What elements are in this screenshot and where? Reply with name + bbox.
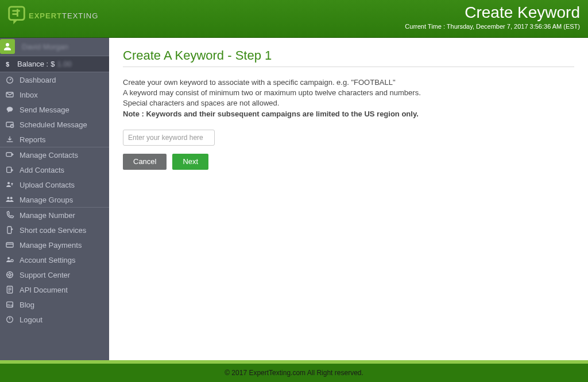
download-icon (5, 134, 15, 145)
sidebar-item-label: API Document (20, 286, 68, 294)
sidebar-item-logout[interactable]: Logout (0, 312, 109, 327)
desc-line-2: A keyword may consist of minimum two or … (123, 88, 574, 98)
sidebar-item-account-settings[interactable]: Account Settings (0, 252, 109, 267)
user-name: David Morgan (22, 42, 68, 51)
avatar-icon (0, 39, 15, 54)
step-title: Create A Keyword - Step 1 (123, 48, 574, 63)
footer: © 2017 ExpertTexting.com All Right reser… (0, 360, 588, 382)
footer-text: © 2017 ExpertTexting.com All Right reser… (225, 369, 363, 377)
current-time: Current Time : Thursday, December 7, 201… (405, 23, 580, 30)
sidebar-item-inbox[interactable]: Inbox (0, 87, 109, 102)
upload-user-icon (5, 180, 15, 190)
sidebar-item-scheduled-message[interactable]: Scheduled Message (0, 117, 109, 132)
sidebar-item-upload-contacts[interactable]: Upload Contacts (0, 177, 109, 192)
svg-rect-16 (7, 227, 11, 233)
sidebar-item-label: Support Center (20, 271, 70, 279)
sidebar-item-label: Manage Groups (20, 196, 73, 204)
sidebar-item-manage-contacts[interactable]: Manage Contacts (0, 147, 109, 162)
sidebar-item-label: Short code Services (20, 226, 86, 235)
clock-mail-icon (5, 119, 15, 130)
svg-point-15 (10, 197, 13, 199)
support-icon (5, 270, 15, 280)
sidebar-item-dashboard[interactable]: Dashboard (0, 72, 109, 87)
balance-currency: $ (51, 60, 55, 68)
sidebar-item-label: Logout (20, 315, 42, 324)
sidebar-item-add-contacts[interactable]: Add Contacts (0, 162, 109, 177)
gear-user-icon (5, 255, 15, 265)
cancel-button[interactable]: Cancel (123, 154, 167, 170)
doc-icon (5, 284, 15, 295)
svg-point-8 (7, 107, 13, 111)
svg-point-18 (7, 257, 10, 259)
page-title: Create Keyword (405, 3, 580, 22)
sidebar-item-label: Send Message (20, 106, 69, 114)
balance-label: Balance : (17, 60, 48, 68)
svg-rect-17 (6, 243, 13, 247)
add-card-icon (5, 165, 15, 175)
svg-point-14 (7, 197, 9, 199)
button-row: Cancel Next (123, 154, 574, 170)
sidebar-item-api-document[interactable]: API Document (0, 282, 109, 297)
user-row[interactable]: David Morgan (0, 38, 109, 56)
dollar-icon: $ (5, 60, 13, 68)
sidebar-item-label: Reports (20, 135, 46, 144)
desc-line-1: Create your own keyword to associate wit… (123, 77, 574, 88)
svg-point-21 (9, 274, 11, 276)
svg-point-13 (7, 182, 10, 184)
title-divider (123, 67, 574, 67)
svg-rect-2 (12, 13, 17, 15)
sidebar-item-short-code-services[interactable]: Short code Services (0, 223, 109, 237)
desc-note: Note : Keywords and their subsequent cam… (123, 109, 574, 119)
gauge-icon (5, 75, 15, 85)
sidebar-item-label: Manage Payments (20, 241, 82, 250)
logo-icon (6, 5, 28, 26)
blog-icon: Blog (5, 299, 15, 310)
card-plus-icon (5, 150, 15, 160)
svg-rect-1 (12, 10, 20, 12)
logo-text: EXPERTTEXTING (29, 11, 98, 20)
svg-rect-12 (7, 167, 11, 172)
sidebar-item-manage-groups[interactable]: Manage Groups (0, 192, 109, 207)
sidebar: David Morgan $ Balance : $ 1.00 Dashboar… (0, 38, 109, 360)
svg-point-19 (11, 259, 13, 262)
sidebar-item-manage-number[interactable]: Manage Number (0, 208, 109, 223)
logo[interactable]: EXPERTTEXTING (6, 5, 98, 26)
group-icon (5, 194, 15, 205)
sidebar-item-label: Add Contacts (20, 166, 64, 174)
balance-value: 1.00 (57, 60, 71, 68)
phone-icon (5, 210, 15, 220)
header-right: Create Keyword Current Time : Thursday, … (405, 3, 580, 30)
next-button[interactable]: Next (172, 154, 208, 170)
envelope-icon (5, 89, 15, 100)
sidebar-item-label: Manage Number (20, 211, 75, 220)
svg-text:$: $ (6, 60, 9, 67)
svg-rect-3 (17, 9, 18, 17)
sidebar-item-label: Account Settings (20, 256, 76, 264)
description: Create your own keyword to associate wit… (123, 77, 574, 119)
sidebar-item-manage-payments[interactable]: Manage Payments (0, 237, 109, 252)
sidebar-item-label: Blog (20, 301, 34, 309)
keyword-input[interactable] (123, 130, 215, 146)
chat-icon (5, 104, 15, 115)
sidebar-item-label: Upload Contacts (20, 181, 75, 189)
shortcode-icon (5, 225, 15, 235)
svg-text:Blog: Blog (7, 304, 13, 307)
sidebar-item-support-center[interactable]: Support Center (0, 267, 109, 282)
power-icon (5, 314, 15, 325)
header: EXPERTTEXTING Create Keyword Current Tim… (0, 0, 588, 38)
sidebar-item-send-message[interactable]: Send Message (0, 102, 109, 117)
main-content: Create A Keyword - Step 1 Create your ow… (109, 38, 588, 360)
desc-line-3: Special characters and spaces are not al… (123, 98, 574, 108)
sidebar-item-label: Inbox (20, 91, 38, 99)
sidebar-item-label: Scheduled Message (20, 120, 87, 129)
sidebar-item-reports[interactable]: Reports (0, 132, 109, 147)
balance-row[interactable]: $ Balance : $ 1.00 (0, 56, 109, 72)
sidebar-item-label: Manage Contacts (20, 151, 78, 159)
svg-rect-11 (6, 153, 11, 157)
credit-card-icon (5, 240, 15, 250)
sidebar-item-blog[interactable]: BlogBlog (0, 297, 109, 312)
sidebar-item-label: Dashboard (20, 76, 56, 84)
svg-point-4 (6, 43, 9, 46)
